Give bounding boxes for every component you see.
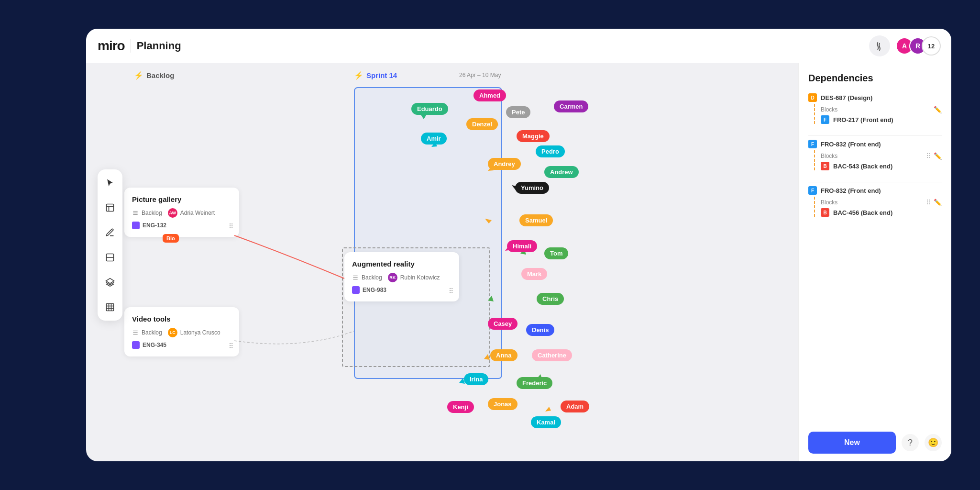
table-tool[interactable] xyxy=(102,300,118,315)
dep-ticket-icon-backend2: B xyxy=(821,208,829,217)
drag-handle[interactable]: ⠿ xyxy=(229,223,233,230)
cursor-ahmed: Ahmed xyxy=(473,89,506,101)
dep-item-2: F FRO-832 (Front end) Blocks ⠿ ✏️ xyxy=(808,140,942,170)
blocked-badge: Blo xyxy=(163,234,179,243)
dep-from-ticket-3: F FRO-832 (Front end) xyxy=(808,186,942,195)
cursor-kamal: Kamal xyxy=(531,416,561,428)
card-id: ENG-983 xyxy=(352,286,451,294)
card-id: ENG-132 xyxy=(132,222,231,229)
assignee-avatar: AW xyxy=(168,208,177,218)
dep-item-3: F FRO-832 (Front end) Blocks ⠿ ✏️ xyxy=(808,186,942,217)
dep-ticket-icon-design: D xyxy=(808,93,817,102)
logo-text: miro xyxy=(98,38,125,54)
dep-blocks-1: Blocks ✏️ xyxy=(821,106,942,113)
card-title: Video tools xyxy=(132,315,231,323)
dep-actions-3[interactable]: ⠿ ✏️ xyxy=(926,199,942,206)
dep-to-ticket-3: B BAC-456 (Back end) xyxy=(821,208,942,217)
card-meta: Backlog LC Latonya Crusco xyxy=(132,328,231,337)
dependencies-title: Dependencies xyxy=(808,73,942,84)
dep-ticket-icon-frontend2: F xyxy=(808,140,817,148)
cursor-pedro: Pedro xyxy=(536,145,565,157)
assignee-avatar: LC xyxy=(168,328,177,337)
new-dependency-button[interactable]: New xyxy=(808,432,896,454)
cursor-catherine: Catherine xyxy=(532,349,572,361)
help-button[interactable]: ? xyxy=(902,434,919,451)
ticket-icon xyxy=(132,341,140,349)
cursor-amir: Amir xyxy=(421,133,447,145)
svg-rect-10 xyxy=(107,304,114,311)
sprint-date: 26 Apr – 10 May xyxy=(459,72,501,78)
crop-tool[interactable] xyxy=(102,250,118,265)
dependencies-panel: Dependencies D DES-687 (Design) Blocks ✏… xyxy=(798,63,951,461)
dep-item-1: D DES-687 (Design) Blocks ✏️ F xyxy=(808,93,942,124)
frame-tool[interactable] xyxy=(102,200,118,215)
card-picture-gallery[interactable]: Picture gallery Backlog AW Adria Weinert… xyxy=(124,188,239,237)
sprint-lane-header: ⚡ Sprint 14 xyxy=(354,71,397,80)
card-video-tools[interactable]: Video tools Backlog LC Latonya Crusco EN… xyxy=(124,307,239,356)
cursor-frederic: Frederic xyxy=(517,377,552,389)
cursor-irina: Irina xyxy=(464,373,488,385)
dep-from-ticket-2: F FRO-832 (Front end) xyxy=(808,140,942,148)
cursor-chris: Chris xyxy=(537,293,564,305)
cursor-kenji: Kenji xyxy=(447,401,474,413)
dep-actions-1[interactable]: ✏️ xyxy=(934,106,942,113)
cursor-pete: Pete xyxy=(506,106,530,118)
assignee-avatar: RK xyxy=(388,273,397,282)
emoji-button[interactable]: 🙂 xyxy=(925,434,942,451)
logo-divider xyxy=(131,39,131,53)
cursor-denis: Denis xyxy=(526,324,554,336)
left-toolbar xyxy=(98,169,122,321)
cursor-mark: Mark xyxy=(521,268,547,280)
cursor-tom: Tom xyxy=(544,247,568,259)
card-id: ENG-345 xyxy=(132,341,231,349)
board-container: miro Planning A R 12 xyxy=(86,29,951,461)
layers-tool[interactable] xyxy=(102,275,118,290)
ticket-icon xyxy=(132,222,140,229)
cursor-casey: Casey xyxy=(488,318,518,330)
card-meta: Backlog RK Rubin Kotowicz xyxy=(352,273,451,282)
dep-to-ticket-2: B BAC-543 (Back end) xyxy=(821,162,942,170)
cursor-andrey: Andrey xyxy=(488,158,521,170)
dep-ticket-icon-frontend: F xyxy=(821,115,829,124)
board-title: Planning xyxy=(137,40,181,52)
card-meta: Backlog AW Adria Weinert xyxy=(132,208,231,218)
cursor-denzel: Denzel xyxy=(466,118,498,130)
card-title: Picture gallery xyxy=(132,195,231,203)
cursor-wave-icon xyxy=(874,41,885,51)
cursor-eduardo: Eduardo xyxy=(411,103,448,115)
svg-rect-0 xyxy=(107,204,114,212)
drag-handle[interactable]: ⠿ xyxy=(229,342,233,350)
cursor-adam: Adam xyxy=(561,401,589,412)
dep-actions-2[interactable]: ⠿ ✏️ xyxy=(926,152,942,160)
ticket-icon xyxy=(352,286,360,294)
cursor-tool-button[interactable] xyxy=(869,35,890,56)
dep-divider-1 xyxy=(808,135,942,136)
dep-ticket-icon-backend: B xyxy=(821,162,829,170)
pen-tool[interactable] xyxy=(102,225,118,240)
drag-handle[interactable]: ⠿ xyxy=(449,287,453,295)
card-augmented-reality[interactable]: Augmented reality Backlog RK Rubin Kotow… xyxy=(344,252,459,301)
dep-blocks-3: Blocks ⠿ ✏️ xyxy=(821,199,942,206)
header-right: A R 12 xyxy=(869,35,940,56)
avatar-count: 12 xyxy=(923,37,940,55)
logo-area: miro Planning xyxy=(98,38,181,54)
dep-blocks-2: Blocks ⠿ ✏️ xyxy=(821,152,942,160)
cursor-samuel: Samuel xyxy=(519,214,553,226)
cursor-maggie: Maggie xyxy=(517,130,550,142)
svg-marker-38 xyxy=(545,407,551,412)
header-bar: miro Planning A R 12 xyxy=(86,29,951,63)
cursor-himali: Himali xyxy=(507,240,537,252)
dep-ticket-icon-frontend3: F xyxy=(808,186,817,195)
dep-to-ticket-1: F FRO-217 (Front end) xyxy=(821,115,942,124)
dep-divider-2 xyxy=(808,182,942,182)
cursor-andrew: Andrew xyxy=(544,166,579,178)
cursor-anna: Anna xyxy=(490,349,518,361)
dep-from-ticket-1: D DES-687 (Design) xyxy=(808,93,942,102)
card-title: Augmented reality xyxy=(352,260,451,268)
cursor-jonas: Jonas xyxy=(488,398,518,410)
backlog-lane-header: ⚡ Backlog xyxy=(134,71,174,80)
select-tool[interactable] xyxy=(102,175,118,190)
cursor-carmen: Carmen xyxy=(554,100,588,112)
cursor-yumino: Yumino xyxy=(515,182,549,194)
dep-footer: New ? 🙂 xyxy=(808,432,942,454)
